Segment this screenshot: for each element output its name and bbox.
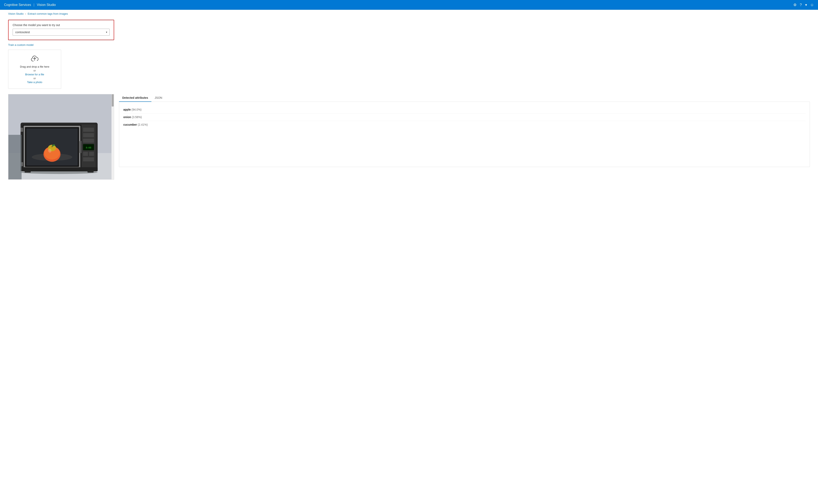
- header-title-group: Cognitive Services | Vision Studio: [4, 3, 56, 7]
- svg-rect-28: [21, 128, 23, 132]
- svg-rect-23: [89, 152, 94, 156]
- upload-or-2: or: [33, 77, 36, 80]
- drag-drop-text: Drag and drop a file here: [20, 65, 49, 68]
- breadcrumb-home[interactable]: Vision Studio: [8, 12, 24, 15]
- result-tag-onion: onion: [123, 115, 131, 119]
- browse-file-link[interactable]: Browse for a file: [25, 73, 44, 76]
- settings-icon[interactable]: ⚙: [793, 3, 797, 7]
- svg-rect-18: [83, 133, 94, 137]
- app-header: Cognitive Services | Vision Studio ⚙ ? ▾…: [0, 0, 818, 10]
- svg-rect-17: [83, 128, 94, 132]
- svg-rect-24: [83, 157, 94, 161]
- sub-app-name: Vision Studio: [37, 3, 56, 7]
- user-icon[interactable]: ☺: [810, 3, 814, 7]
- header-actions: ⚙ ? ▾ ☺: [793, 3, 814, 7]
- result-conf-apple: (94.0%): [131, 108, 141, 111]
- breadcrumb-separator: ›: [25, 12, 26, 15]
- upload-drop-zone[interactable]: Drag and drop a file here or Browse for …: [8, 50, 61, 89]
- image-scrollbar[interactable]: [111, 94, 114, 179]
- model-label: Choose the model you want to try out: [13, 23, 110, 27]
- result-tag-apple: apple: [123, 108, 131, 111]
- model-dropdown[interactable]: contosotest custommodel1 custommodel2: [13, 29, 110, 36]
- app-name: Cognitive Services: [4, 3, 31, 7]
- svg-rect-22: [83, 152, 88, 156]
- results-content: apple (94.0%) onion (3.58%) cucumber (2.…: [119, 102, 810, 167]
- scrollbar-thumb[interactable]: [112, 94, 114, 107]
- image-preview-panel: 0:00: [8, 94, 114, 180]
- breadcrumb-current[interactable]: Extract common tags from images: [28, 12, 68, 15]
- result-item-apple: apple (94.0%): [123, 106, 806, 113]
- results-tabs: Detected attributes JSON: [119, 94, 810, 102]
- upload-cloud-icon: [31, 55, 39, 64]
- train-custom-model-link[interactable]: Train a custom model: [8, 43, 810, 46]
- result-item-cucumber: cucumber (2.41%): [123, 121, 806, 128]
- breadcrumb: Vision Studio › Extract common tags from…: [0, 10, 818, 18]
- result-item-onion: onion (3.58%): [123, 113, 806, 121]
- upload-or-1: or: [33, 69, 36, 72]
- result-conf-cucumber: (2.41%): [138, 123, 148, 126]
- model-select-wrapper: contosotest custommodel1 custommodel2 ▾: [13, 29, 110, 36]
- main-content: Choose the model you want to try out con…: [0, 18, 818, 188]
- take-photo-link[interactable]: Take a photo: [27, 81, 42, 84]
- svg-text:0:00: 0:00: [86, 146, 91, 149]
- result-tag-cucumber: cucumber: [123, 123, 137, 126]
- svg-rect-31: [8, 135, 22, 179]
- result-conf-onion: (3.58%): [132, 115, 142, 119]
- svg-rect-19: [83, 139, 94, 143]
- model-selection-box: Choose the model you want to try out con…: [8, 20, 114, 40]
- image-display: 0:00: [8, 94, 111, 179]
- tab-detected-attributes[interactable]: Detected attributes: [119, 94, 151, 102]
- help-icon[interactable]: ?: [800, 3, 802, 7]
- results-panel: Detected attributes JSON apple (94.0%) o…: [119, 94, 810, 180]
- tab-json[interactable]: JSON: [151, 94, 165, 102]
- svg-point-30: [21, 171, 98, 174]
- dropdown-icon[interactable]: ▾: [805, 3, 807, 7]
- header-divider: |: [34, 3, 34, 7]
- bottom-section: 0:00: [8, 94, 810, 180]
